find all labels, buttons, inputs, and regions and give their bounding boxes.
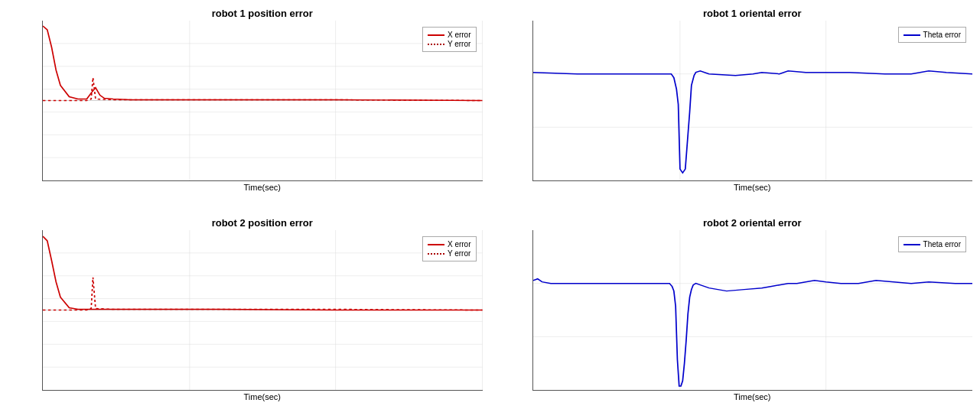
legend-x-error: X error — [428, 31, 471, 39]
legend-theta-error-r2: Theta error — [903, 240, 961, 248]
robot1-position-xlabel: Time(sec) — [42, 183, 483, 192]
robot1-position-legend: X error Y error — [422, 27, 477, 52]
robot2-position-chart: robot 2 position error X, Y error(m) 3 2… — [0, 210, 490, 419]
robot2-oriental-title: robot 2 oriental error — [532, 217, 973, 229]
robot2-position-legend: X error Y error — [422, 236, 477, 261]
y-error-line-icon-r2 — [428, 253, 444, 255]
robot1-oriental-legend: Theta error — [898, 27, 966, 43]
robot1-oriental-xlabel: Time(sec) — [532, 183, 973, 192]
theta-error-line-icon-r2 — [903, 244, 920, 245]
robot1-oriental-chart: robot 1 oriental error theta error(degre… — [490, 0, 981, 210]
robot2-oriental-xlabel: Time(sec) — [532, 392, 973, 401]
x-error-line-icon-r2 — [428, 244, 444, 245]
robot1-position-area: 3 2 1 0 -1 -2 -3 — [42, 21, 483, 181]
legend-x-error-r2: X error — [428, 240, 471, 248]
robot2-oriental-area: 50 0 -50 -100 0 50 100 150 — [532, 230, 973, 391]
robot2-position-svg — [43, 230, 483, 390]
robot1-position-svg — [43, 21, 483, 180]
robot1-position-chart: robot 1 position error X, Y error(m) 3 2… — [0, 0, 490, 210]
y-error-line-icon — [428, 44, 444, 45]
robot2-position-xlabel: Time(sec) — [42, 392, 483, 401]
legend-y-error-r2: Y error — [428, 249, 471, 258]
robot2-oriental-svg — [533, 230, 973, 390]
robot2-oriental-legend: Theta error — [898, 236, 966, 252]
robot2-position-title: robot 2 position error — [42, 217, 483, 229]
robot1-oriental-svg — [533, 21, 973, 180]
x-error-line-icon — [428, 34, 444, 36]
robot2-oriental-chart: robot 2 oriental error theta error(degre… — [490, 210, 981, 419]
robot1-oriental-title: robot 1 oriental error — [532, 8, 973, 19]
robot2-position-area: 3 2 1 0 -1 -2 -3 — [42, 230, 483, 391]
theta-error-line-icon — [903, 34, 920, 36]
robot1-position-title: robot 1 position error — [42, 8, 483, 19]
legend-y-error: Y error — [428, 40, 471, 48]
legend-theta-error-r1: Theta error — [903, 31, 961, 39]
robot1-oriental-area: 50 0 -50 -100 0 50 100 150 — [532, 21, 973, 181]
